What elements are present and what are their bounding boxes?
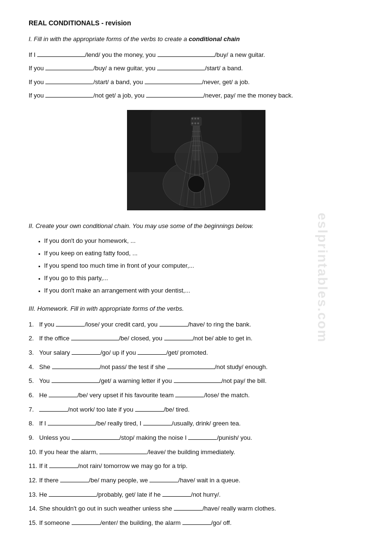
bullet-item-4: If you go to this party,... <box>38 273 363 283</box>
blank-s10-1[interactable] <box>99 454 147 454</box>
blank-s7-2[interactable] <box>135 411 164 412</box>
bullet-item-1: If you don't do your homework, ... <box>38 236 363 246</box>
section-3: III. Homework. Fill in with appropriate … <box>29 305 363 529</box>
blank-1-1[interactable] <box>37 56 85 57</box>
guitar-image-container <box>29 110 363 212</box>
blank-s1-2[interactable] <box>159 326 188 326</box>
blank-3-2[interactable] <box>145 84 202 84</box>
blank-s2-1[interactable] <box>71 340 119 340</box>
blank-s4-1[interactable] <box>52 369 100 369</box>
blank-s4-2[interactable] <box>167 369 215 369</box>
list-item-5: 5. You /get/ a warning letter if you /no… <box>29 375 363 387</box>
list-item-12: 12. If there /be/ many people, we /have/… <box>29 475 363 487</box>
blank-s2-2[interactable] <box>164 340 193 340</box>
blank-s12-1[interactable] <box>60 482 89 482</box>
blank-s11-1[interactable] <box>49 468 78 468</box>
section1-instruction: I. Fill in with the appropriate forms of… <box>29 35 363 43</box>
svg-rect-24 <box>151 110 242 153</box>
blank-s15-1[interactable] <box>72 524 100 525</box>
section3-list: 1. If you /lose/ your credit card, you /… <box>29 319 363 529</box>
blank-s9-1[interactable] <box>72 439 119 440</box>
blank-s6-1[interactable] <box>49 397 77 397</box>
section2-bullet-list: If you don't do your homework, ... If yo… <box>38 236 363 296</box>
blank-s14-1[interactable] <box>174 510 202 511</box>
list-item-6: 6. He /be/ very upset if his favourite t… <box>29 390 363 402</box>
bullet-item-3: If you spend too much time in front of y… <box>38 261 363 271</box>
blank-s13-2[interactable] <box>162 496 191 497</box>
list-item-4: 4. She /not pass/ the test if she /not s… <box>29 361 363 373</box>
list-item-14: 14. She shouldn't go out in such weather… <box>29 503 363 515</box>
section2-instruction: II. Create your own conditional chain. Y… <box>29 222 363 229</box>
blank-s8-1[interactable] <box>48 425 95 425</box>
blank-4-2[interactable] <box>146 97 203 98</box>
conditional-line-1: If I /lend/ you the money, you /buy/ a n… <box>29 49 363 60</box>
list-item-13: 13. He /probably, get/ late if he /not h… <box>29 489 363 501</box>
conditional-line-4: If you /not get/ a job, you /never, pay/… <box>29 90 363 101</box>
blank-s3-2[interactable] <box>138 354 166 355</box>
conditional-line-3: If you /start/ a band, you /never, get/ … <box>29 76 363 87</box>
blank-s7-1[interactable] <box>39 411 68 412</box>
page-title: REAL CONDITIONALS - revision <box>29 19 363 27</box>
list-item-7: 7. /not work/ too late if you /be/ tired… <box>29 404 363 416</box>
blank-s6-2[interactable] <box>175 397 204 397</box>
list-item-8: 8. If I /be/ really tired, I /usually, d… <box>29 418 363 430</box>
guitar-image <box>127 110 265 210</box>
blank-s12-2[interactable] <box>149 482 178 482</box>
section-2: II. Create your own conditional chain. Y… <box>29 222 363 296</box>
list-item-10: 10. If you hear the alarm, /leave/ the b… <box>29 446 363 458</box>
list-item-11: 11. If it /not rain/ tomorrow we may go … <box>29 460 363 472</box>
list-item-1: 1. If you /lose/ your credit card, you /… <box>29 319 363 331</box>
blank-s3-1[interactable] <box>72 354 100 355</box>
blank-2-1[interactable] <box>45 70 93 70</box>
svg-point-10 <box>188 175 205 193</box>
list-item-9: 9. Unless you /stop/ making the noise I … <box>29 432 363 444</box>
blank-s5-2[interactable] <box>174 382 222 383</box>
svg-rect-23 <box>127 172 184 210</box>
blank-3-1[interactable] <box>45 84 93 84</box>
blank-s8-2[interactable] <box>143 425 172 425</box>
bullet-item-2: If you keep on eating fatty food, ... <box>38 249 363 259</box>
blank-s15-2[interactable] <box>182 524 211 525</box>
conditional-line-2: If you /buy/ a new guitar, you /start/ a… <box>29 63 363 74</box>
blank-4-1[interactable] <box>45 97 93 98</box>
list-item-3: 3. Your salary /go/ up if you /get/ prom… <box>29 347 363 359</box>
blank-s9-2[interactable] <box>188 439 217 440</box>
list-item-2: 2. If the office /be/ closed, you /not b… <box>29 333 363 345</box>
blank-1-2[interactable] <box>158 56 215 57</box>
blank-s13-1[interactable] <box>49 496 96 497</box>
section3-instruction: III. Homework. Fill in with appropriate … <box>29 305 363 312</box>
list-item-15: 15. If someone /enter/ the building, the… <box>29 517 363 529</box>
blank-2-2[interactable] <box>157 70 205 70</box>
blank-s5-1[interactable] <box>52 382 99 383</box>
blank-s1-1[interactable] <box>56 326 85 326</box>
bullet-item-5: If you don't make an arrangement with yo… <box>38 286 363 296</box>
section-1: I. Fill in with the appropriate forms of… <box>29 35 363 101</box>
